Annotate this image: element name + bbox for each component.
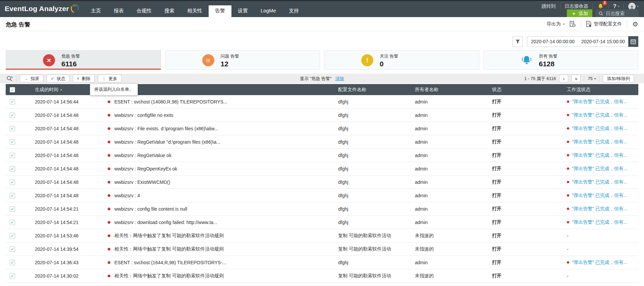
alert-status: 打开 bbox=[490, 219, 565, 225]
row-checkbox[interactable]: ✓ bbox=[10, 99, 15, 104]
log-search-input[interactable]: 日志搜索 bbox=[596, 9, 639, 18]
kebab-menu-icon: ⋮ bbox=[102, 76, 106, 81]
workflow-status-link[interactable]: "弹出告警" 已完成，但有... bbox=[572, 112, 628, 118]
alert-status: 打开 bbox=[490, 152, 565, 158]
date-filter-row: 2020-07-14 00:00:00 2020-07-14 15:00:00 bbox=[513, 36, 638, 47]
page-size-select[interactable]: 75 ▾ bbox=[588, 76, 596, 81]
notifications-bell[interactable]: 3 bbox=[597, 3, 604, 10]
workflow-status-link[interactable]: "弹出告警" 已完成，但有... bbox=[572, 139, 628, 145]
owner-name: admin bbox=[413, 113, 490, 118]
date-range-end: 2020-07-14 15:00:00 bbox=[581, 39, 625, 44]
jump-to-link[interactable]: 跳转到 bbox=[542, 3, 556, 9]
workflow-status-link[interactable]: "弹出告警" 已完成，但有... bbox=[572, 193, 628, 199]
last-page-button[interactable]: » bbox=[572, 75, 581, 82]
workflow-status: "弹出告警" 已完成，但有... bbox=[565, 99, 638, 105]
generated-time: 2020-07-14 14:54:48 bbox=[32, 139, 106, 145]
card-all-alerts[interactable]: 所有 告警 6128 bbox=[483, 50, 639, 70]
nav-tab-6[interactable]: 设置 bbox=[231, 5, 254, 17]
workflow-status-link[interactable]: "弹出告警" 已完成，但有... bbox=[572, 152, 628, 158]
row-checkbox[interactable]: ✓ bbox=[10, 126, 15, 131]
app-logo[interactable]: EventLog Analyzer bbox=[5, 4, 80, 13]
workflow-status-link[interactable]: "弹出告警" 已完成，但有... bbox=[572, 126, 628, 132]
profile-name: dfghj bbox=[335, 166, 413, 171]
calendar-icon bbox=[631, 39, 636, 44]
workflow-status: "弹出告警" 已完成，但有... bbox=[565, 260, 638, 266]
profile-name: dfghj bbox=[335, 113, 413, 118]
owner-name: 未指派的 bbox=[413, 273, 490, 279]
delete-button[interactable]: × 删除 bbox=[73, 75, 95, 82]
select-all-checkbox[interactable]: ✓ bbox=[10, 87, 15, 92]
column-header-profile[interactable]: 配置文件名称 bbox=[335, 87, 413, 93]
severity-dot bbox=[108, 154, 110, 157]
calendar-button[interactable] bbox=[628, 36, 638, 47]
workflow-status-empty: - bbox=[567, 246, 569, 252]
whitelist-source-menu-item[interactable]: 将该源列入白名单。 bbox=[94, 87, 133, 92]
row-checkbox[interactable]: ✓ bbox=[10, 139, 15, 145]
workflow-status-link[interactable]: "弹出告警" 已完成，但有... bbox=[572, 99, 628, 105]
user-menu[interactable]: ▾ bbox=[628, 3, 639, 10]
nav-tab-2[interactable]: 合规性 bbox=[130, 5, 158, 17]
nav-tab-1[interactable]: 报表 bbox=[107, 5, 130, 17]
status-button[interactable]: ✓ 状态 bbox=[47, 75, 69, 82]
workflow-status-link[interactable]: "弹出告警" 已完成，但有... bbox=[572, 206, 628, 212]
log-receiver-link[interactable]: 日志接收器 bbox=[565, 3, 588, 9]
row-checkbox[interactable]: ✓ bbox=[10, 113, 15, 118]
column-search-icon[interactable] bbox=[6, 76, 13, 81]
date-range-input[interactable]: 2020-07-14 00:00:00 2020-07-14 15:00:00 bbox=[527, 36, 638, 47]
row-checkbox[interactable]: ✓ bbox=[10, 166, 15, 171]
nav-tab-4[interactable]: 相关性 bbox=[181, 5, 209, 17]
row-checkbox[interactable]: ✓ bbox=[10, 260, 15, 265]
severity-dot bbox=[108, 234, 110, 237]
add-button[interactable]: ＋ 添加 bbox=[567, 9, 592, 18]
column-header-workflow[interactable]: 工作流状态 bbox=[565, 87, 638, 93]
column-header-owner[interactable]: 所有者名称 bbox=[413, 87, 490, 93]
export-as-button[interactable]: 导出为 ▾ bbox=[547, 21, 565, 27]
row-checkbox[interactable]: ✓ bbox=[10, 273, 15, 279]
card-attention-alerts[interactable]: ! 关注 告警 0 bbox=[324, 50, 479, 70]
nav-tab-3[interactable]: 搜索 bbox=[158, 5, 181, 17]
card-critical-alerts[interactable]: × 危急 告警 6116 bbox=[6, 50, 161, 70]
column-header-status[interactable]: 状态 bbox=[490, 87, 565, 93]
row-checkbox[interactable]: ✓ bbox=[10, 220, 15, 225]
filter-button[interactable] bbox=[513, 36, 523, 47]
assign-button[interactable]: → 指派 bbox=[20, 75, 43, 82]
nav-tab-5[interactable]: 告警 bbox=[209, 5, 231, 17]
row-checkbox[interactable]: ✓ bbox=[10, 206, 15, 212]
workflow-status: "弹出告警" 已完成，但有... bbox=[565, 152, 638, 158]
divider bbox=[608, 4, 609, 9]
alert-message: wwbizsrv : RegGetValue ok bbox=[114, 153, 171, 158]
workflow-status-dot bbox=[567, 127, 569, 130]
workflow-status-link[interactable]: "弹出告警" 已完成，但有... bbox=[572, 166, 628, 172]
alert-message: wwbizsrv : config file content is null bbox=[114, 206, 187, 212]
add-remove-columns-button[interactable]: 添加/移除列 bbox=[603, 75, 634, 82]
alert-status: 打开 bbox=[490, 273, 565, 279]
row-checkbox[interactable]: ✓ bbox=[10, 153, 15, 158]
clear-filter-link[interactable]: 清除 bbox=[335, 76, 344, 82]
gear-icon[interactable]: ⚙ bbox=[632, 21, 638, 27]
card-trouble-alerts[interactable]: !! 问题 告警 12 bbox=[165, 50, 320, 70]
help-menu[interactable]: ? ▾ bbox=[613, 3, 620, 10]
nav-tab-7[interactable]: LogMe bbox=[254, 5, 282, 17]
severity-dot bbox=[108, 261, 110, 264]
row-checkbox[interactable]: ✓ bbox=[10, 233, 15, 238]
row-checkbox[interactable]: ✓ bbox=[10, 193, 15, 198]
attention-exclamation-icon: ! bbox=[361, 54, 373, 66]
nav-action-bar: ＋ 添加 日志搜索 bbox=[567, 9, 639, 18]
nav-tab-8[interactable]: 支持 bbox=[282, 5, 305, 17]
manage-profiles-button[interactable]: 管理配置文件 bbox=[586, 21, 622, 27]
next-page-button[interactable]: › bbox=[559, 75, 568, 82]
row-checkbox[interactable]: ✓ bbox=[10, 246, 15, 252]
alert-status: 打开 bbox=[490, 260, 565, 266]
schedule-report-button[interactable] bbox=[570, 21, 576, 27]
help-icon: ? bbox=[613, 3, 616, 10]
workflow-status-link[interactable]: "弹出告警" 已完成，但有... bbox=[572, 260, 628, 266]
more-button[interactable]: ⋮ 更多 bbox=[98, 75, 121, 82]
row-checkbox[interactable]: ✓ bbox=[10, 180, 15, 185]
workflow-status-link[interactable]: "弹出告警" 已完成，但有... bbox=[572, 219, 628, 225]
arrow-right-icon: → bbox=[24, 76, 28, 81]
nav-tab-0[interactable]: 主页 bbox=[85, 5, 107, 17]
profile-name: dfghj bbox=[335, 180, 413, 185]
workflow-status-link[interactable]: "弹出告警" 已完成，但有... bbox=[572, 179, 628, 185]
workflow-status-dot bbox=[567, 181, 569, 183]
generated-time: 2020-07-14 14:54:48 bbox=[32, 153, 106, 158]
